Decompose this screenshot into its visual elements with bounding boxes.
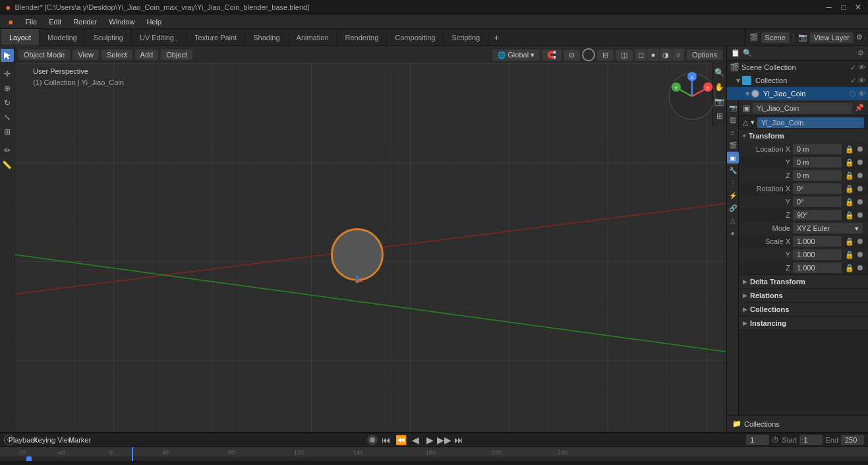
cursor-tool-button[interactable]: ✛ — [1, 67, 14, 80]
tab-compositing[interactable]: Compositing — [387, 29, 444, 46]
titlebar-controls[interactable]: ─ □ ✕ — [825, 3, 863, 12]
options-menu[interactable]: Options — [687, 49, 722, 60]
menu-edit[interactable]: Edit — [43, 16, 67, 27]
location-x-lock-icon[interactable]: 🔒 — [844, 145, 855, 154]
collection-row[interactable]: ▾ Collection ✓ 👁 — [727, 74, 868, 87]
jump-start-button[interactable]: ⏮ — [380, 434, 392, 446]
location-z-lock-icon[interactable]: 🔒 — [844, 171, 855, 180]
menu-file[interactable]: File — [20, 16, 42, 27]
prop-tab-object[interactable]: ▣ — [727, 152, 739, 164]
rotation-y-lock-icon[interactable]: 🔒 — [844, 198, 855, 206]
select-tool-button[interactable] — [1, 49, 14, 62]
instancing-header[interactable]: ▶ Instancing — [739, 317, 868, 330]
scene-collection-eye-icon[interactable]: 👁 — [858, 63, 865, 71]
minimize-button[interactable]: ─ — [825, 3, 834, 12]
tab-modeling[interactable]: Modeling — [40, 29, 86, 46]
overlay-button[interactable]: ⊟ — [597, 49, 614, 61]
prop-tab-modifier[interactable]: 🔧 — [727, 164, 739, 176]
next-key-button[interactable]: ▶▶ — [438, 434, 450, 446]
add-workspace-button[interactable]: + — [488, 29, 504, 46]
end-frame-field[interactable]: 250 — [841, 435, 864, 445]
rotation-mode-selector[interactable]: XYZ Euler ▾ — [793, 223, 863, 233]
menu-window[interactable]: Window — [103, 16, 140, 27]
mesh-name-field[interactable]: Yi_Jiao_Coin — [757, 117, 864, 128]
measure-tool-button[interactable]: 📏 — [1, 158, 14, 171]
viewlayer-options-icon[interactable]: ⚙ — [856, 33, 863, 42]
prop-tab-output[interactable]: 🖼 — [727, 114, 739, 126]
show-gizmos-button[interactable] — [582, 48, 595, 61]
add-menu[interactable]: Add — [135, 49, 159, 60]
close-button[interactable]: ✕ — [854, 3, 863, 12]
coin-filter-icon[interactable]: ⬡ — [850, 90, 856, 98]
pin-icon[interactable]: 📌 — [855, 104, 864, 112]
rotation-y-field[interactable]: 0° — [793, 197, 842, 207]
jump-end-button[interactable]: ⏭ — [453, 434, 465, 446]
menu-render[interactable]: Render — [68, 16, 102, 27]
start-frame-field[interactable]: 1 — [799, 435, 823, 445]
prop-tab-physics[interactable]: ⚡ — [727, 189, 739, 201]
rotation-x-lock-icon[interactable]: 🔒 — [844, 185, 855, 193]
viewport[interactable]: Object Mode View Select Add Object 🌐 Glo… — [14, 46, 726, 432]
scale-x-field[interactable]: 1.000 — [793, 236, 842, 247]
transform-selector[interactable]: 🌐 Global ▾ — [492, 49, 540, 61]
tab-layout[interactable]: Layout — [1, 29, 40, 46]
rotate-tool-button[interactable]: ↻ — [1, 96, 14, 109]
viewlayer-selector[interactable]: View Layer — [810, 32, 854, 43]
location-x-field[interactable]: 0 m — [793, 144, 842, 154]
location-y-field[interactable]: 0 m — [793, 157, 842, 168]
scale-x-lock-icon[interactable]: 🔒 — [844, 237, 855, 246]
coin-object[interactable] — [331, 228, 384, 281]
collections-bottom-bar[interactable]: 📁 Collections — [727, 415, 868, 432]
maximize-button[interactable]: □ — [839, 3, 848, 12]
record-button[interactable] — [367, 435, 378, 445]
filter-icon[interactable]: ⚙ — [857, 49, 864, 57]
collection-vis-icon[interactable]: ✓ — [850, 77, 856, 85]
prev-key-button[interactable]: ◀ — [409, 434, 421, 446]
prop-tab-particles[interactable]: ⋮ — [727, 177, 739, 189]
scale-z-lock-icon[interactable]: 🔒 — [844, 264, 855, 272]
prop-tab-constraints[interactable]: 🔗 — [727, 202, 739, 214]
rotation-z-field[interactable]: 90° — [793, 210, 842, 220]
tab-sculpting[interactable]: Sculpting — [86, 29, 132, 46]
prop-tab-data[interactable]: △ — [727, 214, 739, 226]
prop-tab-render[interactable]: 📷 — [727, 102, 739, 113]
play-button[interactable]: ▶ — [424, 434, 436, 446]
navigation-gizmo[interactable]: Z X Y — [666, 70, 718, 123]
solid-shading-button[interactable]: ● — [647, 49, 659, 61]
select-menu[interactable]: Select — [101, 49, 132, 60]
proportional-edit-button[interactable]: ⊙ — [564, 49, 580, 61]
scene-collection-row[interactable]: 🎬 Scene Collection ✓ 👁 — [727, 61, 868, 74]
location-y-lock-icon[interactable]: 🔒 — [844, 158, 855, 167]
menu-help[interactable]: Help — [141, 16, 167, 27]
material-shading-button[interactable]: ◑ — [660, 49, 672, 61]
move-tool-button[interactable]: ⊕ — [1, 82, 14, 95]
coin-object-row[interactable]: ▾ Yi_Jiao_Coin ⬡ 👁 — [727, 87, 868, 100]
scene-collection-vis-icon[interactable]: ✓ — [850, 63, 856, 72]
prop-tab-scene[interactable]: 🎬 — [727, 139, 739, 151]
playback-menu[interactable]: Playback — [17, 434, 29, 446]
tab-texture-paint[interactable]: Texture Paint — [187, 29, 245, 46]
tab-animation[interactable]: Animation — [289, 29, 337, 46]
scale-y-lock-icon[interactable]: 🔒 — [844, 251, 855, 259]
tab-shading[interactable]: Shading — [245, 29, 288, 46]
prop-tab-view-layer[interactable]: ≡ — [727, 127, 739, 139]
collection-eye-icon[interactable]: 👁 — [858, 77, 865, 84]
rotation-x-field[interactable]: 0° — [793, 183, 842, 194]
xray-button[interactable]: ◫ — [616, 49, 633, 61]
tab-uv-editing[interactable]: UV Editing , — [132, 29, 187, 46]
annotate-tool-button[interactable]: ✏ — [1, 144, 14, 157]
rotation-z-lock-icon[interactable]: 🔒 — [844, 211, 855, 220]
scale-z-field[interactable]: 1.000 — [793, 263, 842, 273]
scale-y-field[interactable]: 1.000 — [793, 249, 842, 260]
current-frame-field[interactable]: 1 — [746, 435, 769, 445]
coin-eye-icon[interactable]: 👁 — [858, 90, 865, 98]
menu-blender[interactable]: ● — [3, 15, 18, 28]
timeline-scrubber[interactable]: -70 -40 0 40 80 120 140 180 220 240 — [0, 447, 868, 461]
mode-selector[interactable]: Object Mode — [18, 49, 70, 60]
prop-tab-material[interactable]: ● — [727, 227, 739, 239]
snap-button[interactable]: 🧲 — [542, 49, 562, 61]
outliner-search-icon[interactable]: 🔍 — [743, 49, 752, 57]
prop-collections-header[interactable]: ▶ Collections — [739, 303, 868, 316]
marker-menu[interactable]: Marker — [74, 434, 86, 446]
location-z-field[interactable]: 0 m — [793, 170, 842, 181]
